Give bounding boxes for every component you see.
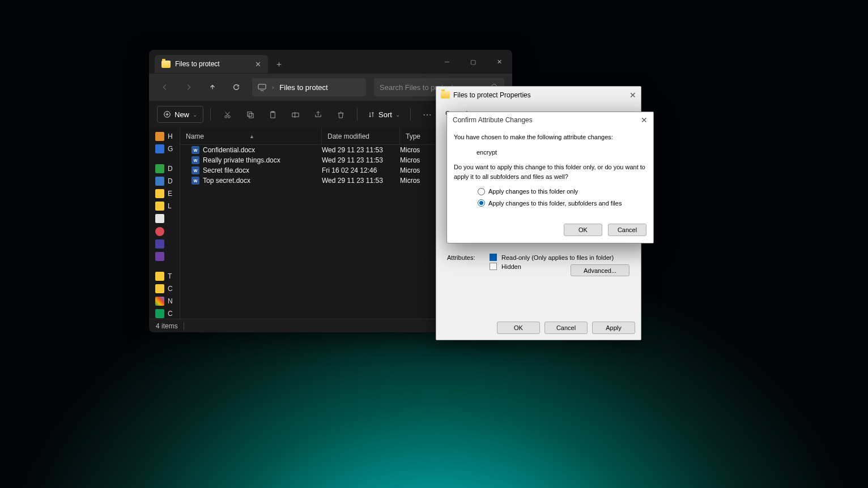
- folder-icon: [155, 272, 164, 281]
- rename-button[interactable]: [286, 106, 305, 123]
- window-controls: ─ ▢ ✕: [434, 53, 512, 70]
- back-button[interactable]: [157, 79, 173, 95]
- sidebar-item-video[interactable]: [153, 251, 176, 262]
- dialog-question: Do you want to apply this change to this…: [454, 162, 646, 181]
- plus-circle-icon: [163, 110, 171, 118]
- sidebar-item-text[interactable]: [153, 213, 176, 224]
- drive-icon: [155, 297, 164, 306]
- file-date: Fri 16 02 24 12:46: [322, 166, 400, 174]
- delete-button[interactable]: [331, 106, 350, 123]
- svg-rect-6: [249, 113, 253, 118]
- up-button[interactable]: [205, 79, 220, 95]
- dialog-titlebar[interactable]: Confirm Attribute Changes ✕: [447, 112, 653, 128]
- tab-title: Files to protect: [175, 60, 220, 68]
- svg-point-3: [224, 115, 227, 118]
- folder-icon: [441, 91, 450, 99]
- radio-label-folder-only: Apply changes to this folder only: [488, 187, 578, 196]
- file-name: Really private things.docx: [203, 156, 280, 164]
- chevron-down-icon: ⌄: [193, 112, 197, 118]
- tab-files-to-protect[interactable]: Files to protect ✕: [155, 55, 268, 73]
- video-icon: [155, 252, 164, 261]
- new-button[interactable]: New ⌄: [157, 106, 203, 123]
- minimize-button[interactable]: ─: [434, 53, 460, 70]
- radio-icon: [478, 188, 485, 195]
- sort-icon: [368, 111, 375, 118]
- copy-button[interactable]: [240, 106, 259, 123]
- more-button[interactable]: ⋯: [418, 106, 437, 123]
- svg-point-4: [228, 115, 230, 118]
- cancel-button[interactable]: Cancel: [544, 322, 588, 334]
- attributes-label: Attributes:: [447, 254, 475, 261]
- tab-bar: Files to protect ✕ ＋ ─ ▢ ✕: [149, 50, 512, 74]
- cancel-button[interactable]: Cancel: [608, 224, 646, 236]
- sidebar-item-gallery[interactable]: G: [153, 144, 176, 154]
- confirm-attribute-dialog: Confirm Attribute Changes ✕ You have cho…: [446, 112, 654, 243]
- advanced-button[interactable]: Advanced...: [571, 264, 629, 276]
- new-tab-button[interactable]: ＋: [275, 59, 283, 70]
- close-icon[interactable]: ✕: [629, 91, 636, 100]
- sidebar-item-documents[interactable]: D: [153, 176, 176, 186]
- readonly-checkbox[interactable]: [490, 254, 497, 261]
- sidebar-item-folder-t[interactable]: T: [153, 271, 176, 281]
- dialog-change: encrypt: [476, 148, 646, 157]
- chevron-right-icon: ›: [272, 84, 274, 91]
- properties-titlebar[interactable]: Files to protect Properties ✕: [436, 87, 641, 103]
- sidebar-item-image[interactable]: [153, 239, 176, 249]
- radio-icon: [478, 199, 485, 207]
- close-window-button[interactable]: ✕: [486, 53, 512, 70]
- radio-folder-only[interactable]: Apply changes to this folder only: [478, 187, 646, 196]
- docx-icon: W: [192, 166, 199, 174]
- docx-icon: W: [192, 156, 199, 164]
- file-date: Wed 29 11 23 11:53: [322, 156, 400, 164]
- divider: [210, 108, 211, 121]
- sidebar-item-gdrive[interactable]: C: [153, 309, 176, 319]
- music-icon: [155, 227, 164, 236]
- text-icon: [155, 214, 164, 223]
- documents-icon: [155, 177, 164, 186]
- dialog-intro: You have chosen to make the following at…: [454, 132, 646, 142]
- file-date: Wed 29 11 23 11:53: [322, 146, 400, 154]
- sidebar-item-folder-c[interactable]: C: [153, 284, 176, 294]
- gallery-icon: [155, 144, 164, 153]
- file-name: Confidential.docx: [203, 146, 255, 154]
- maximize-button[interactable]: ▢: [460, 53, 486, 70]
- folder-icon: [155, 202, 164, 211]
- close-tab-icon[interactable]: ✕: [255, 60, 261, 69]
- file-date: Wed 29 11 23 11:53: [322, 177, 400, 185]
- download-icon: [155, 164, 164, 173]
- sidebar-item-music[interactable]: [153, 226, 176, 237]
- svg-rect-7: [270, 112, 275, 117]
- hidden-checkbox[interactable]: [490, 263, 497, 270]
- refresh-button[interactable]: [228, 79, 244, 95]
- sidebar-item-drive[interactable]: N: [153, 296, 176, 306]
- cut-button[interactable]: [218, 106, 237, 123]
- nav-sidebar: H G D D E L T C N C: [149, 128, 180, 319]
- column-name[interactable]: Name▲: [180, 128, 322, 144]
- home-icon: [155, 132, 164, 141]
- paste-button[interactable]: [263, 106, 282, 123]
- sidebar-item-folder-e[interactable]: E: [153, 189, 176, 199]
- radio-subfolders[interactable]: Apply changes to this folder, subfolders…: [478, 199, 646, 208]
- folder-icon: [155, 189, 164, 198]
- apply-button[interactable]: Apply: [592, 322, 635, 334]
- divider: [410, 108, 411, 121]
- address-bar[interactable]: › Files to protect: [252, 78, 366, 96]
- sort-label: Sort: [378, 110, 392, 119]
- sidebar-item-folder-l[interactable]: L: [153, 201, 176, 211]
- ok-button[interactable]: OK: [497, 322, 540, 334]
- ok-button[interactable]: OK: [564, 224, 602, 236]
- image-icon: [155, 239, 164, 249]
- new-label: New: [175, 110, 189, 119]
- sidebar-item-downloads[interactable]: D: [153, 164, 176, 174]
- svg-rect-0: [258, 84, 266, 88]
- item-count: 4 items: [156, 322, 178, 330]
- address-text: Files to protect: [279, 83, 327, 92]
- properties-title: Files to protect Properties: [453, 91, 531, 99]
- sort-button[interactable]: Sort ⌄: [364, 110, 403, 119]
- column-date[interactable]: Date modified: [322, 128, 400, 144]
- monitor-icon: [258, 84, 266, 91]
- sidebar-item-home[interactable]: H: [153, 131, 176, 142]
- share-button[interactable]: [308, 106, 327, 123]
- close-icon[interactable]: ✕: [641, 115, 648, 125]
- forward-button[interactable]: [181, 79, 197, 95]
